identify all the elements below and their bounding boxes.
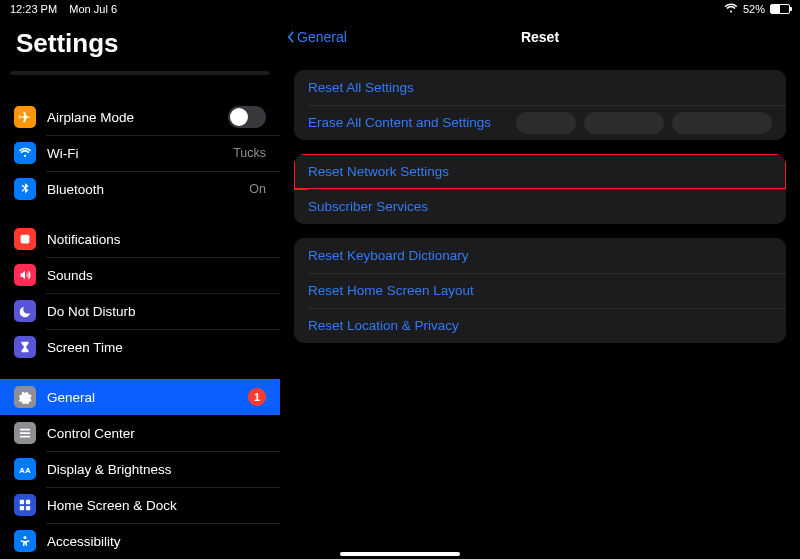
sidebar-item-notifications[interactable]: Notifications — [0, 221, 280, 257]
sidebar-group-connectivity: Airplane Mode Wi-Fi Tucks Bluetooth On — [0, 99, 280, 207]
reset-keyboard-label: Reset Keyboard Dictionary — [308, 248, 469, 263]
sidebar-item-general[interactable]: General 1 — [0, 379, 280, 415]
sounds-label: Sounds — [47, 268, 266, 283]
reset-network-label: Reset Network Settings — [308, 164, 449, 179]
general-badge: 1 — [248, 388, 266, 406]
nav-bar: General Reset — [280, 18, 800, 56]
control-center-label: Control Center — [47, 426, 266, 441]
svg-rect-7 — [20, 506, 24, 510]
accessibility-label: Accessibility — [47, 534, 266, 549]
subscriber-label: Subscriber Services — [308, 199, 428, 214]
reset-all-settings-row[interactable]: Reset All Settings — [294, 70, 786, 105]
svg-rect-1 — [20, 429, 31, 431]
wifi-label: Wi-Fi — [47, 146, 222, 161]
wifi-value: Tucks — [233, 146, 266, 160]
airplane-icon — [14, 106, 36, 128]
detail-pane: General Reset Reset All Settings Erase A… — [280, 18, 800, 559]
back-button[interactable]: General — [280, 29, 347, 45]
notifications-icon — [14, 228, 36, 250]
svg-point-9 — [23, 536, 26, 539]
wifi-tile-icon — [14, 142, 36, 164]
settings-sidebar: Settings Airplane Mode Wi-Fi Tucks — [0, 18, 280, 559]
sidebar-item-control-center[interactable]: Control Center — [0, 415, 280, 451]
sidebar-item-accessibility[interactable]: Accessibility — [0, 523, 280, 559]
home-indicator[interactable] — [340, 552, 460, 556]
reset-location-row[interactable]: Reset Location & Privacy — [294, 308, 786, 343]
sidebar-title: Settings — [0, 18, 280, 65]
reset-group-3: Reset Keyboard Dictionary Reset Home Scr… — [294, 238, 786, 343]
airplane-label: Airplane Mode — [47, 110, 217, 125]
reset-keyboard-row[interactable]: Reset Keyboard Dictionary — [294, 238, 786, 273]
battery-icon — [770, 4, 790, 14]
reset-home-label: Reset Home Screen Layout — [308, 283, 474, 298]
wifi-icon — [724, 3, 738, 15]
svg-text:AA: AA — [19, 466, 31, 475]
general-label: General — [47, 390, 237, 405]
subscriber-services-row[interactable]: Subscriber Services — [294, 189, 786, 224]
reset-group-2: Reset Network Settings Subscriber Servic… — [294, 154, 786, 224]
erase-all-row[interactable]: Erase All Content and Settings — [294, 105, 786, 140]
sounds-icon — [14, 264, 36, 286]
accessibility-icon — [14, 530, 36, 552]
svg-rect-2 — [20, 432, 31, 434]
chevron-left-icon — [286, 30, 295, 44]
screen-time-label: Screen Time — [47, 340, 266, 355]
reset-all-label: Reset All Settings — [308, 80, 414, 95]
back-label: General — [297, 29, 347, 45]
battery-pct: 52% — [743, 3, 765, 15]
display-icon: AA — [14, 458, 36, 480]
sidebar-item-bluetooth[interactable]: Bluetooth On — [0, 171, 280, 207]
sidebar-item-sounds[interactable]: Sounds — [0, 257, 280, 293]
home-screen-label: Home Screen & Dock — [47, 498, 266, 513]
status-date: Mon Jul 6 — [69, 3, 117, 15]
reset-location-label: Reset Location & Privacy — [308, 318, 459, 333]
moon-icon — [14, 300, 36, 322]
airplane-toggle[interactable] — [228, 106, 266, 128]
sidebar-item-wifi[interactable]: Wi-Fi Tucks — [0, 135, 280, 171]
svg-rect-6 — [26, 500, 30, 504]
grid-icon — [14, 494, 36, 516]
hourglass-icon — [14, 336, 36, 358]
bluetooth-label: Bluetooth — [47, 182, 238, 197]
gear-icon — [14, 386, 36, 408]
sidebar-item-airplane-mode[interactable]: Airplane Mode — [0, 99, 280, 135]
svg-rect-0 — [21, 235, 30, 244]
sidebar-item-display[interactable]: AA Display & Brightness — [0, 451, 280, 487]
sidebar-item-screen-time[interactable]: Screen Time — [0, 329, 280, 365]
apple-id-card[interactable] — [10, 71, 270, 75]
status-bar: 12:23 PM Mon Jul 6 52% — [0, 0, 800, 18]
svg-rect-8 — [26, 506, 30, 510]
sidebar-group-general: General 1 Control Center AA Display & Br… — [0, 379, 280, 559]
svg-rect-5 — [20, 500, 24, 504]
bluetooth-value: On — [249, 182, 266, 196]
sidebar-item-dnd[interactable]: Do Not Disturb — [0, 293, 280, 329]
redaction-overlay — [516, 112, 772, 134]
reset-home-row[interactable]: Reset Home Screen Layout — [294, 273, 786, 308]
svg-rect-3 — [20, 436, 31, 438]
sidebar-group-alerts: Notifications Sounds Do Not Disturb Scre… — [0, 221, 280, 365]
page-title: Reset — [280, 29, 800, 45]
sliders-icon — [14, 422, 36, 444]
display-label: Display & Brightness — [47, 462, 266, 477]
notifications-label: Notifications — [47, 232, 266, 247]
reset-network-row[interactable]: Reset Network Settings — [294, 154, 786, 189]
reset-group-1: Reset All Settings Erase All Content and… — [294, 70, 786, 140]
status-time: 12:23 PM — [10, 3, 57, 15]
erase-all-label: Erase All Content and Settings — [308, 115, 491, 130]
sidebar-item-home-screen[interactable]: Home Screen & Dock — [0, 487, 280, 523]
bluetooth-icon — [14, 178, 36, 200]
dnd-label: Do Not Disturb — [47, 304, 266, 319]
